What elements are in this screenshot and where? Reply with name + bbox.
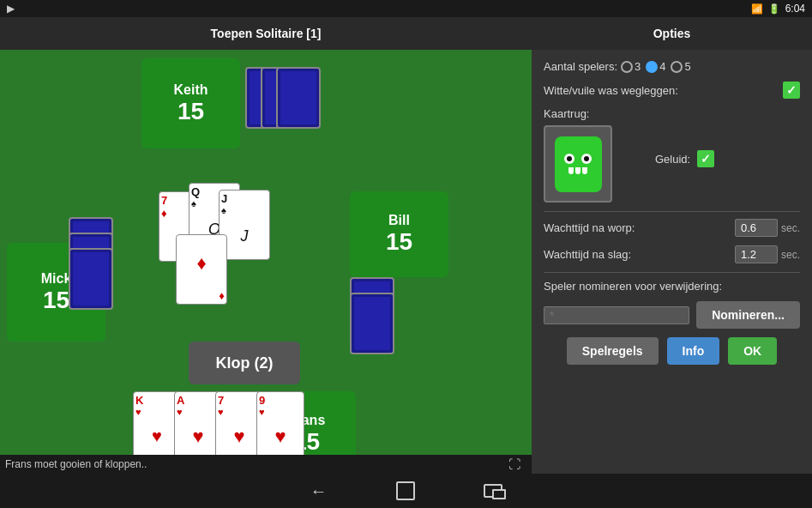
radio-3-label: 3 — [635, 60, 641, 73]
frans-cards: K ♥ ♥ A ♥ ♥ 7 ♥ ♥ 9 ♥ ♥ — [133, 391, 304, 458]
spelregels-button[interactable]: Spelregels — [567, 337, 659, 365]
nomineren-button[interactable]: Nomineren... — [696, 301, 800, 329]
geluid-section: Geluid: ✓ — [655, 150, 714, 167]
card-9-hearts: 9 ♥ ♥ — [256, 391, 304, 458]
kaartrug-geluid-row: Kaartrug: — [544, 107, 800, 203]
radio-4[interactable]: 4 — [646, 60, 665, 73]
wachttijd-slag-input[interactable] — [735, 245, 778, 263]
kaartrug-monster — [555, 136, 602, 192]
monster-teeth — [568, 167, 587, 174]
player-keith: Keith 15 — [141, 58, 240, 148]
monster-eye-right — [581, 154, 592, 164]
nomineren-section: Speler nomineren voor verwijdering: Nomi… — [544, 280, 800, 329]
back-button[interactable]: ← — [310, 481, 328, 501]
wachttijd-worp-label: Wachttijd na worp: — [544, 221, 735, 234]
tooth-1 — [568, 167, 574, 174]
time-display: 6:04 — [785, 3, 805, 15]
player-bill: Bill 15 — [350, 191, 448, 277]
title-bar: Toepen Solitaire [1] Opties — [0, 17, 812, 50]
status-bar-left-icon: ▶ — [7, 3, 15, 15]
wachttijd-slag-row: Wachttijd na slag: sec. — [544, 245, 800, 263]
options-panel: Aantal spelers: 3 4 5 Witte/vuile was we… — [532, 50, 812, 474]
radio-5-label: 5 — [684, 60, 690, 73]
aantal-spelers-row: Aantal spelers: 3 4 5 — [544, 60, 800, 73]
aantal-spelers-group: 3 4 5 — [621, 60, 691, 73]
keith-cards — [245, 67, 344, 142]
geluid-checkbox[interactable]: ✓ — [697, 150, 714, 167]
kaartrug-box[interactable] — [544, 125, 612, 203]
game-area: Keith 15 — [0, 50, 532, 474]
kaartrug-label: Kaartrug: — [544, 107, 589, 120]
status-bar-right: 📶 🔋 6:04 — [751, 3, 805, 15]
mick-name: Mick — [41, 271, 72, 287]
status-text-bar: Frans moet gooien of kloppen.. — [0, 455, 497, 474]
witte-vuile-label: Witte/vuile was wegleggen: — [544, 84, 783, 97]
wachttijd-worp-input[interactable] — [735, 219, 778, 237]
tooth-3 — [582, 167, 587, 174]
keith-card-3 — [276, 67, 321, 129]
mick-cards — [69, 217, 137, 354]
kaartrug-section: Kaartrug: — [544, 107, 629, 203]
aantal-spelers-label: Aantal spelers: — [544, 60, 617, 73]
bill-card-2 — [350, 293, 394, 354]
klop-button[interactable]: Klop (2) — [189, 342, 300, 384]
nomineren-label: Speler nomineren voor verwijdering: — [544, 280, 722, 293]
battery-icon: 🔋 — [768, 3, 780, 15]
game-title: Toepen Solitaire [1] — [0, 27, 532, 40]
nomineren-input[interactable] — [544, 306, 689, 324]
mick-card-3 — [69, 248, 113, 310]
witte-vuile-row: Witte/vuile was wegleggen: ✓ — [544, 82, 800, 99]
home-button[interactable] — [396, 481, 415, 500]
card-diamonds-lower: ♦ ♦ — [176, 234, 227, 305]
witte-vuile-checkbox[interactable]: ✓ — [783, 82, 800, 99]
recents-button[interactable] — [484, 484, 502, 498]
status-bar: ▶ 📶 🔋 6:04 — [0, 0, 812, 17]
signal-icon: 📶 — [751, 3, 763, 15]
radio-4-label: 4 — [659, 60, 665, 73]
radio-5-circle — [671, 61, 683, 73]
bottom-navigation-bar: ← — [0, 474, 812, 508]
radio-4-circle — [646, 61, 658, 73]
wachttijd-worp-row: Wachttijd na worp: sec. — [544, 219, 800, 237]
divider-2 — [544, 272, 800, 273]
fullscreen-icon: ⛶ — [508, 457, 520, 471]
radio-3[interactable]: 3 — [621, 60, 641, 73]
geluid-label: Geluid: — [655, 153, 690, 166]
fullscreen-button[interactable]: ⛶ — [497, 455, 532, 474]
bill-name: Bill — [388, 213, 410, 228]
info-button[interactable]: Info — [667, 337, 720, 365]
tooth-2 — [575, 167, 580, 174]
action-buttons-row: Spelregels Info OK — [544, 337, 800, 365]
monster-eyes — [564, 154, 592, 164]
wachttijd-slag-label: Wachttijd na slag: — [544, 248, 735, 261]
wachttijd-worp-unit: sec. — [781, 222, 800, 234]
nomineren-label-row: Speler nomineren voor verwijdering: — [544, 280, 800, 293]
monster-eye-left — [564, 154, 574, 164]
monster-pupil-right — [584, 156, 589, 161]
bill-cards — [350, 277, 448, 363]
play-area: 7 ♦ ♦ Q ♠ Q J ♠ J ♦ ♦ — [159, 183, 330, 337]
monster-pupil-left — [567, 156, 572, 161]
status-text: Frans moet gooien of kloppen.. — [5, 458, 147, 470]
divider-1 — [544, 211, 800, 212]
keith-score: 15 — [177, 98, 204, 125]
nomineren-input-row: Nomineren... — [544, 301, 800, 329]
ok-button[interactable]: OK — [728, 337, 777, 365]
radio-5[interactable]: 5 — [671, 60, 690, 73]
options-title: Opties — [532, 27, 812, 40]
mick-score: 15 — [43, 287, 69, 314]
wachttijd-slag-unit: sec. — [781, 249, 800, 261]
radio-3-circle — [621, 61, 633, 73]
bill-score: 15 — [386, 228, 412, 256]
keith-name: Keith — [174, 82, 208, 98]
